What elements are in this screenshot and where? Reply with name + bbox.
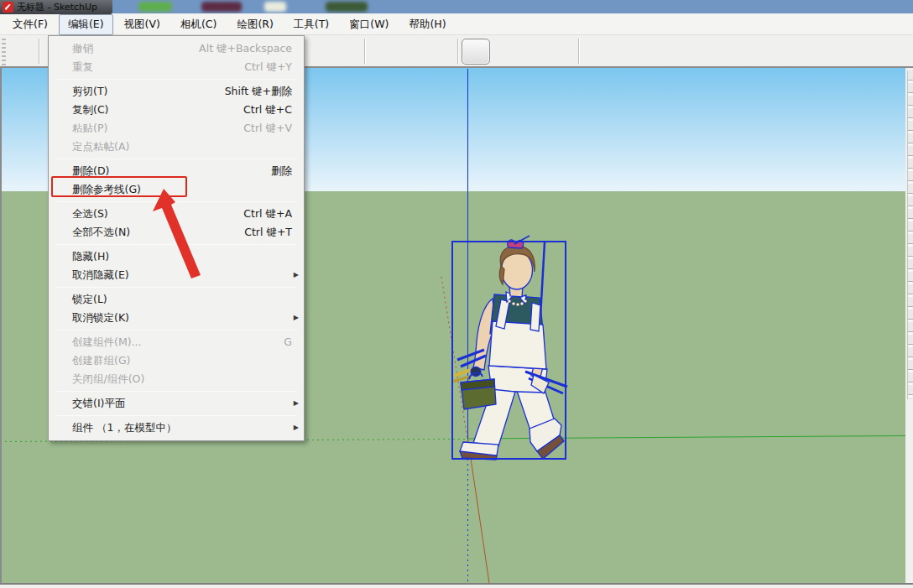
menu-separator (56, 330, 296, 330)
menu-separator (56, 391, 296, 392)
menu-item-make-component: 创建组件(M)...G (49, 333, 304, 351)
menu-item-make-group: 创建群组(G) (49, 351, 304, 370)
sketchup-window: 无标题 - SketchUp 文件(F) 编辑(E) 视图(V) 相机(C) 绘… (0, 0, 913, 588)
sketchup-logo-icon (3, 2, 13, 13)
canvas-left-border (0, 68, 2, 583)
submenu-arrow-icon: ▶ (294, 419, 299, 437)
menu-item-unlock[interactable]: 取消锁定(K)▶ (49, 309, 304, 327)
toolbar-separator (457, 39, 458, 64)
annotation-arrow (143, 183, 218, 292)
right-toolbar-strip (905, 68, 913, 583)
toolbar-separator (578, 39, 579, 64)
desktop-icon-blob (201, 2, 242, 12)
menu-item-redo: 重复Ctrl 键+Y (49, 58, 304, 76)
menu-separator (56, 415, 296, 416)
submenu-arrow-icon: ▶ (294, 266, 299, 284)
menu-item-paste-in-place: 定点粘帖(A) (49, 138, 304, 156)
menu-view[interactable]: 视图(V) (115, 14, 170, 35)
menu-item-paste: 粘贴(P)Ctrl 键+V (49, 119, 304, 138)
desktop-icon-blob (264, 2, 286, 12)
menu-separator (56, 79, 296, 80)
menu-help[interactable]: 帮助(H) (399, 14, 455, 35)
window-title: 无标题 - SketchUp (17, 1, 97, 13)
menu-tools[interactable]: 工具(T) (284, 14, 338, 35)
title-bar[interactable]: 无标题 - SketchUp (0, 0, 112, 14)
menu-item-close-group: 关闭组/组件(O) (49, 370, 304, 388)
toolbar-button[interactable] (462, 39, 490, 65)
menu-item-intersect-faces[interactable]: 交错(I)平面▶ (49, 394, 304, 413)
desktop-icon-blob (326, 2, 368, 12)
submenu-arrow-icon: ▶ (294, 309, 299, 327)
toolbar-separator (364, 39, 365, 64)
submenu-arrow-icon: ▶ (294, 394, 299, 413)
menu-item-lock[interactable]: 锁定(L) (49, 290, 304, 309)
menu-item-undo: 撤销Alt 键+Backspace (49, 39, 304, 58)
menu-item-cut[interactable]: 剪切(T)Shift 键+删除 (49, 82, 304, 101)
menu-window[interactable]: 窗口(W) (340, 14, 398, 35)
figure-strap-right (530, 303, 540, 331)
menu-item-component-context[interactable]: 组件 （1，在模型中）▶ (49, 419, 304, 437)
menu-bar: 文件(F) 编辑(E) 视图(V) 相机(C) 绘图(R) 工具(T) 窗口(W… (0, 14, 913, 35)
toolbar-separator (39, 39, 39, 64)
menu-edit[interactable]: 编辑(E) (59, 14, 113, 35)
menu-draw[interactable]: 绘图(R) (227, 14, 282, 35)
desktop-background (0, 0, 913, 13)
menu-camera[interactable]: 相机(C) (171, 14, 226, 35)
desktop-icon-blob (138, 2, 172, 12)
toolbar-grip[interactable] (2, 39, 6, 65)
status-bar (0, 583, 913, 588)
menu-item-copy[interactable]: 复制(C)Ctrl 键+C (49, 101, 304, 119)
right-toolbar-buttons[interactable] (907, 70, 913, 399)
menu-file[interactable]: 文件(F) (3, 14, 57, 35)
menu-separator (56, 159, 296, 159)
